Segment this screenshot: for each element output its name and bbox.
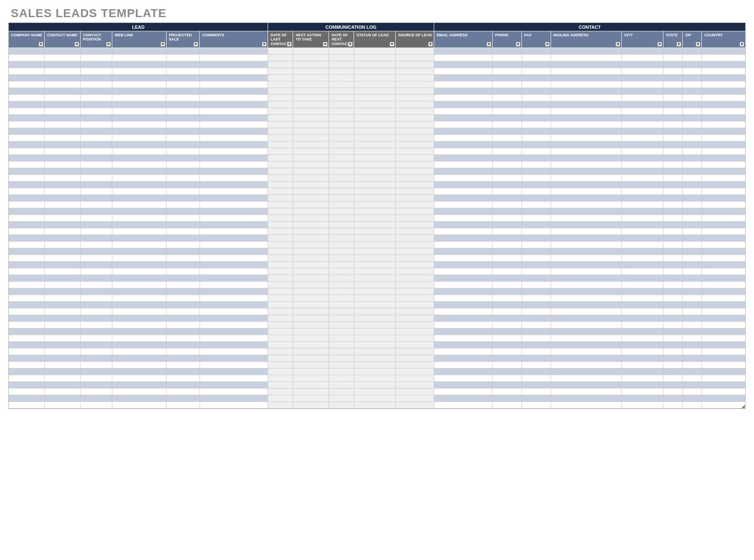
table-cell[interactable] (354, 161, 396, 168)
table-cell[interactable] (493, 161, 522, 168)
table-cell[interactable] (45, 161, 81, 168)
column-header-company-name[interactable]: COMPANY NAME (9, 31, 45, 48)
table-cell[interactable] (9, 88, 45, 95)
table-cell[interactable] (396, 175, 434, 182)
table-cell[interactable] (45, 121, 81, 128)
table-cell[interactable] (112, 275, 167, 282)
table-cell[interactable] (493, 275, 522, 282)
table-cell[interactable] (268, 255, 293, 262)
table-cell[interactable] (9, 228, 45, 235)
column-header-projected-sale[interactable]: PROJECTED SALE (167, 31, 200, 48)
table-cell[interactable] (9, 128, 45, 135)
table-cell[interactable] (622, 382, 663, 388)
table-cell[interactable] (551, 68, 622, 75)
table-cell[interactable] (354, 362, 396, 368)
table-cell[interactable] (329, 155, 354, 161)
table-cell[interactable] (396, 101, 434, 108)
table-cell[interactable] (396, 295, 434, 302)
table-cell[interactable] (622, 141, 663, 148)
table-cell[interactable] (663, 222, 683, 228)
table-cell[interactable] (9, 55, 45, 61)
column-header-phone[interactable]: PHONE (493, 31, 522, 48)
table-cell[interactable] (9, 322, 45, 328)
table-cell[interactable] (9, 242, 45, 248)
table-cell[interactable] (493, 248, 522, 255)
table-cell[interactable] (551, 328, 622, 335)
table-cell[interactable] (551, 121, 622, 128)
table-cell[interactable] (434, 202, 493, 208)
table-cell[interactable] (167, 275, 200, 282)
table-cell[interactable] (702, 288, 745, 295)
table-cell[interactable] (167, 355, 200, 362)
table-cell[interactable] (9, 61, 45, 68)
table-cell[interactable] (268, 302, 293, 308)
table-cell[interactable] (167, 288, 200, 295)
table-cell[interactable] (622, 68, 663, 75)
table-cell[interactable] (9, 208, 45, 215)
table-cell[interactable] (434, 195, 493, 202)
table-cell[interactable] (167, 128, 200, 135)
table-cell[interactable] (434, 242, 493, 248)
table-cell[interactable] (396, 95, 434, 101)
table-cell[interactable] (622, 368, 663, 375)
table-cell[interactable] (293, 68, 329, 75)
table-cell[interactable] (683, 248, 702, 255)
table-cell[interactable] (112, 188, 167, 195)
table-cell[interactable] (522, 101, 551, 108)
table-cell[interactable] (551, 248, 622, 255)
table-cell[interactable] (81, 322, 112, 328)
resize-handle-icon[interactable] (741, 405, 745, 408)
table-cell[interactable] (354, 342, 396, 348)
table-cell[interactable] (167, 168, 200, 175)
table-cell[interactable] (663, 348, 683, 355)
table-cell[interactable] (354, 95, 396, 101)
table-cell[interactable] (622, 75, 663, 81)
filter-dropdown-icon[interactable] (287, 42, 292, 47)
table-cell[interactable] (81, 382, 112, 388)
table-cell[interactable] (551, 368, 622, 375)
table-cell[interactable] (329, 255, 354, 262)
table-cell[interactable] (622, 248, 663, 255)
table-cell[interactable] (45, 228, 81, 235)
column-header-date-of-next-contact[interactable]: DATE OF NEXT CONTACT (329, 31, 354, 48)
table-cell[interactable] (9, 255, 45, 262)
table-cell[interactable] (551, 161, 622, 168)
table-cell[interactable] (522, 362, 551, 368)
table-cell[interactable] (702, 115, 745, 121)
table-cell[interactable] (702, 101, 745, 108)
table-cell[interactable] (663, 315, 683, 322)
table-cell[interactable] (81, 115, 112, 121)
table-cell[interactable] (200, 188, 268, 195)
table-cell[interactable] (45, 95, 81, 101)
table-cell[interactable] (434, 328, 493, 335)
table-cell[interactable] (329, 235, 354, 242)
table-cell[interactable] (9, 175, 45, 182)
table-cell[interactable] (683, 75, 702, 81)
table-cell[interactable] (683, 268, 702, 275)
table-cell[interactable] (268, 148, 293, 155)
table-cell[interactable] (329, 115, 354, 121)
table-cell[interactable] (434, 375, 493, 382)
table-cell[interactable] (702, 242, 745, 248)
table-cell[interactable] (702, 161, 745, 168)
table-cell[interactable] (200, 348, 268, 355)
table-cell[interactable] (663, 242, 683, 248)
table-cell[interactable] (45, 262, 81, 268)
table-cell[interactable] (268, 175, 293, 182)
table-cell[interactable] (167, 88, 200, 95)
table-cell[interactable] (200, 382, 268, 388)
table-cell[interactable] (493, 255, 522, 262)
table-cell[interactable] (663, 328, 683, 335)
table-cell[interactable] (81, 141, 112, 148)
table-cell[interactable] (167, 148, 200, 155)
table-cell[interactable] (45, 295, 81, 302)
table-cell[interactable] (683, 348, 702, 355)
table-cell[interactable] (622, 182, 663, 188)
table-cell[interactable] (663, 155, 683, 161)
filter-dropdown-icon[interactable] (516, 42, 521, 47)
table-cell[interactable] (622, 282, 663, 288)
table-cell[interactable] (434, 88, 493, 95)
table-cell[interactable] (9, 308, 45, 315)
table-cell[interactable] (112, 382, 167, 388)
table-cell[interactable] (167, 348, 200, 355)
